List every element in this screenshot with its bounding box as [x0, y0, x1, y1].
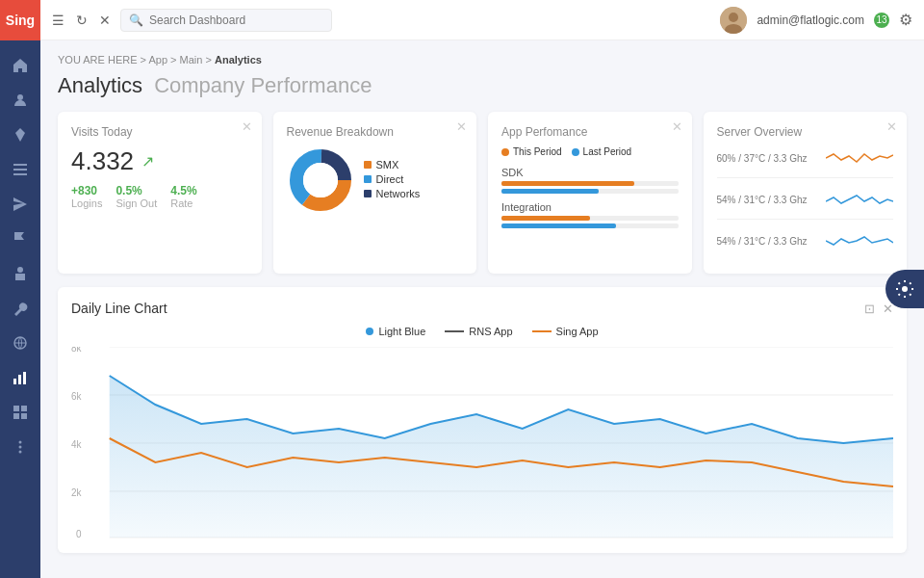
- legend-dot-direct: [364, 175, 372, 183]
- svg-point-16: [19, 451, 22, 454]
- server-info-1: 60% / 37°C / 3.3 Ghz: [717, 153, 819, 164]
- page-title: Analytics Company Performance: [58, 73, 907, 98]
- sdk-bar-last: [501, 189, 599, 194]
- svg-point-51: [902, 286, 908, 292]
- legend-label-lightblue: Light Blue: [378, 326, 425, 337]
- svg-point-23: [303, 163, 338, 197]
- fab-settings[interactable]: [886, 270, 924, 308]
- sdk-label: SDK: [501, 167, 679, 178]
- visits-number: 4.332: [71, 146, 134, 176]
- close-icon[interactable]: ✕: [99, 13, 111, 28]
- revenue-title: Revenue Breakdown: [287, 125, 464, 139]
- chart-title-prefix: Daily: [71, 301, 101, 316]
- line-chart-svg: 8k 6k 4k 2k 0: [71, 347, 893, 539]
- legend-line-rns: [445, 330, 464, 332]
- sidebar: Sing: [0, 0, 40, 578]
- svg-rect-3: [13, 173, 27, 175]
- hamburger-icon[interactable]: ☰: [52, 13, 64, 28]
- sidebar-item-globe[interactable]: [0, 326, 40, 360]
- perf-last-period: Last Period: [572, 146, 632, 157]
- server-sparkline-2: [826, 188, 893, 211]
- legend-direct: Direct: [364, 173, 421, 185]
- legend-smx: SMX: [364, 159, 421, 171]
- performance-card: ✕ App Perfomance This Period Last Period…: [488, 112, 692, 274]
- sidebar-item-grid[interactable]: [0, 395, 40, 430]
- server-card: ✕ Server Overview 60% / 37°C / 3.3 Ghz 5…: [704, 112, 908, 274]
- svg-point-18: [729, 13, 738, 22]
- settings-icon[interactable]: ⚙: [899, 11, 912, 29]
- perf-close-icon[interactable]: ✕: [672, 119, 682, 134]
- svg-point-15: [19, 446, 22, 449]
- visits-arrow-icon: ↗: [141, 152, 154, 171]
- server-sparkline-3: [826, 229, 893, 252]
- legend-rns-app: RNS App: [445, 326, 512, 337]
- sidebar-item-diamond[interactable]: [0, 118, 40, 152]
- sidebar-item-tools[interactable]: [0, 291, 40, 326]
- this-period-dot: [501, 148, 509, 156]
- last-period-dot: [572, 148, 579, 156]
- notification-badge[interactable]: 13: [874, 13, 889, 28]
- server-item-3: 54% / 31°C / 3.3 Ghz: [717, 229, 894, 260]
- svg-point-14: [19, 441, 22, 444]
- server-title: Server Overview: [717, 125, 894, 139]
- search-icon: 🔍: [129, 13, 143, 27]
- app-logo: Sing: [0, 0, 40, 40]
- sidebar-item-flag[interactable]: [0, 222, 40, 256]
- rate-label: Rate: [170, 197, 196, 209]
- svg-rect-1: [13, 164, 27, 166]
- chart-title: Daily Line Chart: [71, 301, 167, 316]
- rate-value: 4.5%: [170, 184, 196, 197]
- server-close-icon[interactable]: ✕: [886, 119, 897, 134]
- revenue-content: SMX Direct Networks: [287, 146, 464, 214]
- refresh-icon[interactable]: ↻: [76, 13, 88, 28]
- svg-point-5: [17, 267, 23, 273]
- sidebar-item-home[interactable]: [0, 48, 40, 83]
- legend-light-blue: Light Blue: [366, 326, 425, 337]
- svg-rect-7: [13, 379, 16, 384]
- visits-stat-logins: +830 Logins: [71, 184, 102, 209]
- server-info-3: 54% / 31°C / 3.3 Ghz: [717, 236, 819, 247]
- line-chart-card: Daily Line Chart ⊡ ✕ Light Blue RNS App: [58, 287, 907, 553]
- chart-minimize-icon[interactable]: ⊡: [864, 302, 875, 316]
- svg-text:8k: 8k: [71, 347, 81, 354]
- sidebar-item-users[interactable]: [0, 83, 40, 118]
- legend-label-rns: RNS App: [469, 326, 512, 337]
- legend-dot-smx: [364, 161, 372, 169]
- svg-rect-2: [13, 169, 27, 171]
- svg-text:6k: 6k: [71, 391, 81, 402]
- svg-rect-11: [21, 406, 27, 411]
- chart-controls: ⊡ ✕: [864, 302, 893, 316]
- integration-bar-last: [501, 223, 616, 228]
- sidebar-item-more[interactable]: [0, 430, 40, 464]
- topbar-right: admin@flatlogic.com 13 ⚙: [720, 7, 912, 34]
- legend-networks: Networks: [364, 188, 421, 199]
- sidebar-item-person[interactable]: [0, 256, 40, 291]
- sidebar-item-chart[interactable]: [0, 360, 40, 395]
- visits-value: 4.332 ↗: [71, 146, 248, 176]
- last-period-label: Last Period: [583, 146, 632, 157]
- signout-value: 0.5%: [116, 184, 157, 197]
- breadcrumb-sep2: >: [170, 54, 179, 66]
- sidebar-item-bars[interactable]: [0, 152, 40, 187]
- perf-periods: This Period Last Period: [501, 146, 679, 157]
- perf-this-period: This Period: [501, 146, 562, 157]
- svg-rect-12: [13, 413, 19, 419]
- revenue-close-icon[interactable]: ✕: [456, 119, 467, 134]
- revenue-card: ✕ Revenue Breakdown SM: [273, 112, 477, 274]
- search-input[interactable]: [149, 13, 323, 27]
- topbar: ☰ ↻ ✕ 🔍 admin@flatlogic.com 13 ⚙: [40, 0, 924, 40]
- breadcrumb-main[interactable]: Main: [180, 54, 203, 66]
- visits-stats: +830 Logins 0.5% Sign Out 4.5% Rate: [71, 184, 248, 209]
- svg-text:0: 0: [76, 529, 82, 539]
- sidebar-item-send[interactable]: [0, 187, 40, 222]
- legend-dot-networks: [364, 190, 372, 197]
- chart-title-main: Line Chart: [105, 301, 167, 316]
- visits-card: ✕ Visits Today 4.332 ↗ +830 Logins 0.5% …: [58, 112, 262, 274]
- breadcrumb-app[interactable]: App: [148, 54, 167, 66]
- server-sparkline-1: [826, 146, 893, 170]
- main-area: ☰ ↻ ✕ 🔍 admin@flatlogic.com 13 ⚙ YOU AR: [40, 0, 924, 578]
- this-period-label: This Period: [513, 146, 562, 157]
- svg-rect-8: [18, 375, 21, 384]
- server-info-2: 54% / 31°C / 3.3 Ghz: [717, 195, 819, 205]
- visits-close-icon[interactable]: ✕: [242, 119, 252, 134]
